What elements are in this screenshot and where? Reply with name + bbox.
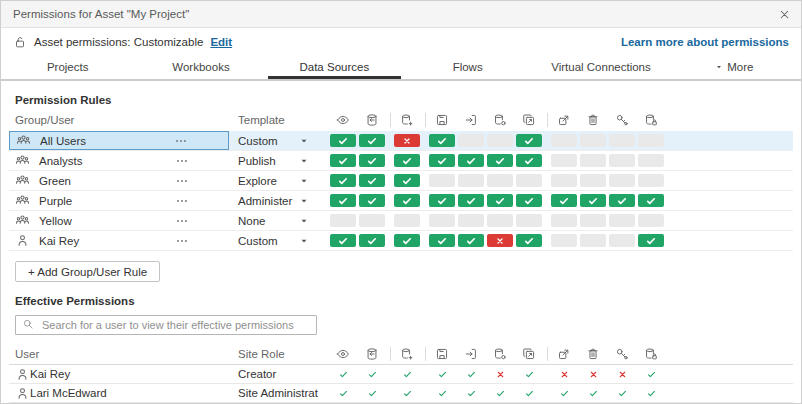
tab-projects[interactable]: Projects (1, 55, 134, 79)
capability-cell-allow[interactable] (359, 174, 385, 187)
capability-cell-allow[interactable] (638, 234, 664, 247)
capability-cell-none[interactable] (609, 214, 635, 227)
capability-cell-deny[interactable] (487, 234, 513, 247)
tab-more[interactable]: More (668, 55, 801, 79)
capability-cell-allow[interactable] (394, 194, 420, 207)
capability-cell-none[interactable] (458, 134, 484, 147)
more-actions-button[interactable] (175, 234, 189, 248)
capability-cell-allow[interactable] (359, 234, 385, 247)
capability-cell-allow[interactable] (394, 174, 420, 187)
permission-rule-row[interactable]: AnalystsPublish (9, 151, 793, 171)
more-actions-button[interactable] (175, 154, 189, 168)
capability-cell-none[interactable] (487, 214, 513, 227)
capability-cell-allow[interactable] (516, 234, 542, 247)
capability-cell-deny[interactable] (394, 134, 420, 147)
permission-rule-row[interactable]: YellowNone (9, 211, 793, 231)
group-user-cell[interactable]: Yellow (9, 211, 229, 230)
capability-cell-allow[interactable] (638, 194, 664, 207)
capability-cell-none[interactable] (638, 134, 664, 147)
capability-cell-none[interactable] (394, 214, 420, 227)
permission-rule-row[interactable]: GreenExplore (9, 171, 793, 191)
capability-cell-allow[interactable] (580, 194, 606, 207)
permission-rule-row[interactable]: PurpleAdminister (9, 191, 793, 211)
close-button[interactable] (778, 8, 791, 21)
capability-cell-allow[interactable] (458, 234, 484, 247)
capability-cell-none[interactable] (359, 214, 385, 227)
more-actions-button[interactable] (174, 134, 188, 148)
group-user-cell[interactable]: All Users (9, 131, 229, 150)
capability-cell-none[interactable] (458, 174, 484, 187)
capability-cell-none[interactable] (330, 214, 356, 227)
capability-cell-allow[interactable] (429, 234, 455, 247)
capability-cell-allow[interactable] (516, 134, 542, 147)
capability-cell-allow[interactable] (359, 134, 385, 147)
template-dropdown[interactable]: Publish (229, 151, 319, 170)
capability-cell-none[interactable] (551, 174, 577, 187)
capability-cell-none[interactable] (638, 174, 664, 187)
capability-cell-allow[interactable] (359, 154, 385, 167)
capability-cell-allow[interactable] (487, 154, 513, 167)
capability-cell-none[interactable] (429, 214, 455, 227)
capability-cell-allow[interactable] (330, 134, 356, 147)
capability-cell-none[interactable] (516, 174, 542, 187)
capability-cell-none[interactable] (580, 134, 606, 147)
learn-more-link[interactable]: Learn more about permissions (621, 36, 789, 48)
group-user-cell[interactable]: Analysts (9, 151, 229, 170)
tab-flows[interactable]: Flows (401, 55, 534, 79)
tab-data-sources[interactable]: Data Sources (268, 55, 401, 79)
capability-cell-none[interactable] (580, 154, 606, 167)
capability-cell-allow[interactable] (330, 174, 356, 187)
capability-cell-none[interactable] (551, 154, 577, 167)
capability-cell-none[interactable] (609, 154, 635, 167)
more-actions-button[interactable] (175, 174, 189, 188)
capability-cell-allow[interactable] (458, 194, 484, 207)
capability-cell-none[interactable] (609, 234, 635, 247)
capability-cell-none[interactable] (551, 134, 577, 147)
capability-cell-allow[interactable] (429, 194, 455, 207)
template-dropdown[interactable]: Explore (229, 171, 319, 190)
capability-cell-none[interactable] (516, 214, 542, 227)
more-actions-button[interactable] (175, 194, 189, 208)
template-dropdown[interactable]: Custom (229, 131, 319, 150)
capability-cell-none[interactable] (551, 234, 577, 247)
group-user-cell[interactable]: Purple (9, 191, 229, 210)
tab-virtual-connections[interactable]: Virtual Connections (534, 55, 667, 79)
capability-cell-allow[interactable] (516, 154, 542, 167)
capability-cell-allow[interactable] (330, 234, 356, 247)
group-user-cell[interactable]: Green (9, 171, 229, 190)
capability-cell-allow[interactable] (330, 194, 356, 207)
template-dropdown[interactable]: Administer (229, 191, 319, 210)
capability-cell-none[interactable] (487, 174, 513, 187)
capability-cell-none[interactable] (487, 134, 513, 147)
capability-cell-none[interactable] (638, 154, 664, 167)
capability-cell-allow[interactable] (458, 154, 484, 167)
template-dropdown[interactable]: None (229, 211, 319, 230)
capability-cell-allow[interactable] (394, 154, 420, 167)
capability-cell-none[interactable] (429, 174, 455, 187)
capability-cell-none[interactable] (551, 214, 577, 227)
capability-cell-none[interactable] (580, 234, 606, 247)
add-group-user-rule-button[interactable]: + Add Group/User Rule (15, 261, 160, 282)
template-dropdown[interactable]: Custom (229, 231, 319, 250)
group-user-cell[interactable]: Kai Rey (9, 231, 229, 250)
capability-cell-allow[interactable] (330, 154, 356, 167)
capability-cell-allow[interactable] (609, 194, 635, 207)
capability-cell-allow[interactable] (429, 134, 455, 147)
more-actions-button[interactable] (175, 214, 189, 228)
permission-rule-row[interactable]: Kai ReyCustom (9, 231, 793, 251)
tab-workbooks[interactable]: Workbooks (134, 55, 267, 79)
capability-cell-allow[interactable] (394, 234, 420, 247)
capability-cell-none[interactable] (609, 174, 635, 187)
capability-cell-none[interactable] (580, 214, 606, 227)
edit-link[interactable]: Edit (210, 36, 232, 48)
capability-cell-allow[interactable] (551, 194, 577, 207)
capability-cell-none[interactable] (580, 174, 606, 187)
capability-cell-allow[interactable] (359, 194, 385, 207)
capability-cell-none[interactable] (638, 214, 664, 227)
capability-cell-allow[interactable] (516, 194, 542, 207)
capability-cell-allow[interactable] (487, 194, 513, 207)
capability-cell-allow[interactable] (429, 154, 455, 167)
capability-cell-none[interactable] (458, 214, 484, 227)
permission-rule-row[interactable]: All UsersCustom (9, 131, 793, 151)
capability-cell-none[interactable] (609, 134, 635, 147)
